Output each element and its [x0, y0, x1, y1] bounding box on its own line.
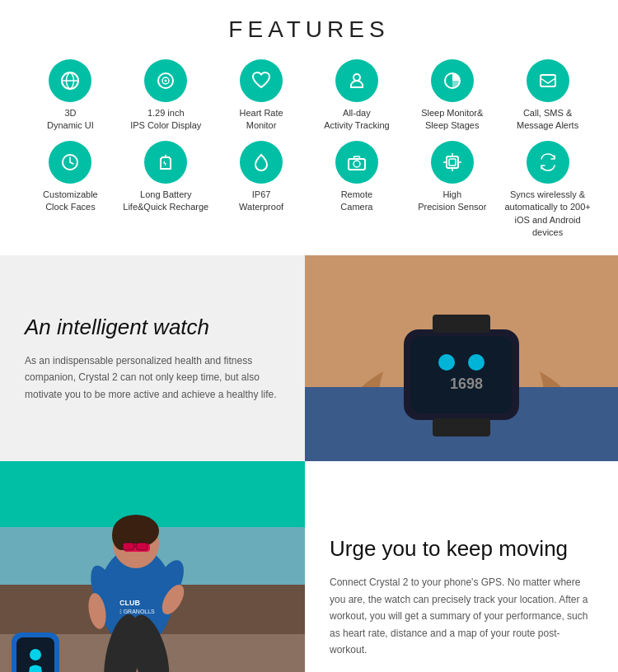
clock-label: CustomizableClock Faces — [43, 189, 98, 214]
svg-rect-11 — [449, 159, 456, 166]
waterproof-label: IP67Waterproof — [239, 189, 283, 214]
feature-clock: CustomizableClock Faces — [25, 141, 116, 240]
ips-icon — [144, 59, 187, 102]
tracking-icon — [335, 59, 378, 102]
intelligent-image: 1698 — [305, 255, 618, 461]
battery-label: Long BatteryLife&Quick Recharge — [123, 189, 208, 214]
camera-icon — [335, 141, 378, 184]
watch-hand-mockup: 1698 — [305, 255, 618, 461]
moving-heading: Urge you to keep moving — [330, 536, 593, 562]
svg-text:CLUB: CLUB — [119, 599, 140, 607]
call-label: Call, SMS &Message Alerts — [517, 107, 578, 133]
svg-rect-6 — [541, 75, 555, 86]
dynamic-ui-label: 3DDynamic UI — [47, 107, 94, 133]
page-wrapper: FEATURES 3DDynamic UI — [0, 0, 618, 672]
feature-sensor: HighPrecision Sensor — [406, 141, 498, 240]
sensor-icon — [431, 141, 474, 184]
feature-battery: Long BatteryLife&Quick Recharge — [120, 141, 212, 240]
sync-icon — [527, 141, 569, 184]
svg-point-9 — [353, 161, 360, 167]
sleep-label: Sleep Monitor&Sleep Stages — [421, 107, 483, 133]
tracking-label: All-dayActivity Tracking — [324, 107, 389, 133]
svg-rect-37 — [136, 543, 147, 550]
moving-section: CLUB DE GRANOLLS — [0, 461, 618, 672]
feature-camera: RemoteCamera — [311, 141, 403, 240]
battery-icon — [144, 141, 187, 184]
intelligent-body: As an indispensable personalized health … — [25, 352, 280, 403]
intelligent-text-block: An intelligent watch As an indispensable… — [0, 255, 305, 461]
svg-rect-28 — [0, 461, 305, 527]
svg-point-22 — [438, 354, 455, 371]
feature-sleep: Sleep Monitor&Sleep Stages — [406, 59, 498, 133]
feature-heart: Heart RateMonitor — [216, 59, 307, 133]
intelligent-heading: An intelligent watch — [25, 315, 280, 340]
moving-image: CLUB DE GRANOLLS — [0, 461, 305, 672]
camera-label: RemoteCamera — [340, 189, 372, 214]
svg-point-23 — [468, 354, 485, 371]
feature-waterproof: IP67Waterproof — [216, 141, 307, 240]
sensor-label: HighPrecision Sensor — [418, 189, 486, 214]
sleep-icon — [431, 59, 474, 102]
intelligent-section: An intelligent watch As an indispensable… — [0, 255, 618, 461]
svg-rect-25 — [433, 315, 490, 333]
svg-rect-10 — [447, 156, 458, 168]
heart-label: Heart RateMonitor — [239, 107, 283, 133]
moving-body: Connect Crystal 2 to your phone's GPS. N… — [330, 574, 593, 658]
svg-point-4 — [353, 74, 360, 81]
feature-3d-ui: 3DDynamic UI — [25, 59, 116, 133]
svg-point-3 — [165, 80, 167, 82]
ips-label: 1.29 inchIPS Color Display — [130, 107, 201, 133]
feature-sync: Syncs wirelessly &automatically to 200+i… — [502, 141, 593, 240]
features-title: FEATURES — [25, 16, 593, 43]
heart-icon — [240, 59, 283, 102]
features-grid: 3DDynamic UI 1.29 inchIPS Color Display — [25, 59, 593, 239]
moving-text-block: Urge you to keep moving Connect Crystal … — [305, 461, 618, 672]
call-icon — [527, 59, 569, 102]
svg-rect-36 — [123, 543, 134, 550]
clock-icon — [49, 141, 91, 184]
feature-ips: 1.29 inchIPS Color Display — [120, 59, 212, 133]
feature-call: Call, SMS &Message Alerts — [502, 59, 593, 133]
sync-label: Syncs wirelessly &automatically to 200+i… — [502, 189, 593, 240]
svg-rect-26 — [433, 418, 490, 436]
waterproof-icon — [240, 141, 283, 184]
svg-rect-21 — [410, 336, 513, 413]
features-section: FEATURES 3DDynamic UI — [0, 0, 618, 255]
svg-point-50 — [30, 649, 41, 660]
dynamic-ui-icon — [49, 59, 91, 102]
svg-text:1698: 1698 — [450, 376, 483, 392]
feature-tracking: All-dayActivity Tracking — [311, 59, 403, 133]
